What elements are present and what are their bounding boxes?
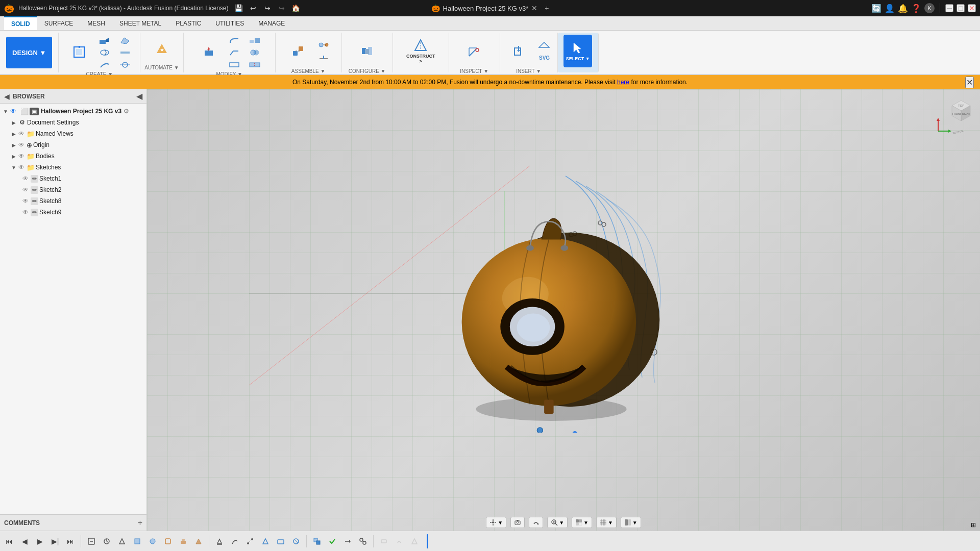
tree-sketch2[interactable]: 👁 ✏ Sketch2	[0, 184, 146, 195]
tree-named-views[interactable]: ▶ 👁 📁 Named Views	[0, 128, 146, 139]
timeline-btn-11[interactable]	[243, 534, 257, 548]
new-tab-button[interactable]: +	[545, 4, 549, 12]
tab-manage[interactable]: MANAGE	[251, 16, 292, 30]
undo-button[interactable]: ↩	[247, 2, 259, 14]
viewport-expand-button[interactable]: ⊞	[971, 521, 976, 529]
chamfer-button[interactable]	[225, 47, 243, 58]
insert-mesh-button[interactable]	[535, 39, 553, 51]
grid-snap-button[interactable]: ▼	[486, 517, 506, 528]
tab-surface[interactable]: SURFACE	[37, 16, 81, 30]
maximize-button[interactable]: □	[957, 4, 965, 12]
tree-sketch9[interactable]: 👁 ✏ Sketch9	[0, 207, 146, 218]
web-button[interactable]	[116, 59, 134, 70]
camera-button[interactable]	[510, 517, 525, 528]
viewport[interactable]: TOP RIGHT FRONT BOTTOM ▼ ▼	[147, 89, 980, 531]
display-mode-button[interactable]: ▼	[572, 517, 592, 528]
combine-button[interactable]	[246, 47, 264, 58]
timeline-btn-14[interactable]	[289, 534, 303, 548]
timeline-btn-1[interactable]	[84, 534, 99, 548]
select-button[interactable]: SELECT ▼	[564, 35, 592, 67]
timeline-btn-17[interactable]	[340, 534, 355, 548]
timeline-btn-2[interactable]	[100, 534, 114, 548]
split-body-button[interactable]	[246, 59, 264, 70]
timeline-btn-8[interactable]	[191, 534, 206, 548]
tab-sheet-metal[interactable]: SHEET METAL	[112, 16, 168, 30]
timeline-btn-18[interactable]	[356, 534, 370, 548]
loft-button[interactable]	[116, 35, 134, 46]
shell-button[interactable]	[225, 59, 243, 70]
timeline-step-forward-button[interactable]: ▶|	[48, 534, 62, 548]
construct-button[interactable]: CONSTRUCT >	[406, 35, 435, 67]
tree-sketch8[interactable]: 👁 ✏ Sketch8	[0, 195, 146, 207]
timeline-last-button[interactable]: ⏭	[63, 534, 78, 548]
notification-link[interactable]: here	[617, 79, 629, 86]
tab-plastic[interactable]: PLASTIC	[168, 16, 208, 30]
redo-button[interactable]: ↪	[261, 2, 274, 14]
browser-back-button[interactable]: ◀	[4, 92, 10, 101]
timeline-btn-15[interactable]	[310, 534, 324, 548]
timeline-btn-12[interactable]	[258, 534, 273, 548]
bottom-toolbar: ⏮ ◀ ▶ ▶| ⏭	[0, 531, 980, 551]
tab-utilities[interactable]: UTILITIES	[208, 16, 251, 30]
tree-sketch1[interactable]: 👁 ✏ Sketch1	[0, 173, 146, 184]
add-comment-button[interactable]: +	[138, 518, 142, 528]
timeline-btn-4[interactable]	[130, 534, 144, 548]
close-button[interactable]: ✕	[968, 4, 976, 12]
modify-large-button[interactable]	[194, 36, 223, 69]
browser-collapse-button[interactable]: ◀	[136, 91, 142, 101]
orbit-button[interactable]	[529, 517, 543, 528]
timeline-btn-6[interactable]	[161, 534, 175, 548]
timeline-btn-9[interactable]	[212, 534, 227, 548]
render-mode-button[interactable]: ▼	[621, 517, 641, 528]
rib-button[interactable]	[116, 47, 134, 58]
grid-display-button[interactable]: ▼	[596, 517, 617, 528]
insert-button[interactable]	[504, 35, 533, 67]
scale-button[interactable]	[246, 35, 264, 46]
notification-bell[interactable]: 🔔	[898, 4, 908, 13]
timeline-btn-13[interactable]	[274, 534, 288, 548]
insert-svg-button[interactable]: SVG	[535, 52, 553, 63]
redo2-button[interactable]: ↪	[276, 2, 288, 14]
minimize-button[interactable]: ─	[945, 4, 953, 12]
help-button[interactable]: ❓	[911, 4, 921, 13]
joint-button[interactable]	[314, 39, 333, 51]
timeline-first-button[interactable]: ⏮	[2, 534, 16, 548]
user-avatar[interactable]: K	[924, 3, 935, 13]
sweep-button[interactable]	[95, 59, 114, 70]
home-button[interactable]: 🏠	[290, 2, 302, 14]
tree-root-item[interactable]: ▼ 👁 ⬜ ▣ Halloween Project 25 KG v3 ⚙	[0, 106, 146, 117]
inspect-button[interactable]	[460, 35, 488, 67]
timeline-btn-10[interactable]	[228, 534, 242, 548]
timeline-btn-7[interactable]	[176, 534, 190, 548]
design-dropdown-button[interactable]: DESIGN ▼	[6, 37, 52, 68]
render-mode-arrow: ▼	[632, 520, 638, 525]
update-button[interactable]: 🔄	[871, 4, 881, 13]
timeline-prev-button[interactable]: ◀	[17, 534, 32, 548]
fillet-button[interactable]	[225, 35, 243, 46]
tree-sketches[interactable]: ▼ 👁 📁 Sketches	[0, 162, 146, 173]
account-button[interactable]: 👤	[885, 4, 895, 13]
extrude-button[interactable]	[95, 35, 114, 46]
save-button[interactable]: 💾	[233, 2, 245, 14]
tab-mesh[interactable]: MESH	[80, 16, 112, 30]
notification-close-button[interactable]: ✕	[965, 77, 974, 88]
view-cube[interactable]: TOP RIGHT FRONT BOTTOM	[933, 95, 974, 136]
new-component-button[interactable]	[65, 36, 93, 69]
tree-bodies[interactable]: ▶ 👁 📁 Bodies	[0, 151, 146, 162]
timeline-btn-3[interactable]	[115, 534, 129, 548]
svg-text:★: ★	[160, 47, 164, 53]
tab-solid[interactable]: SOLID	[4, 16, 37, 30]
tree-origin[interactable]: ▶ 👁 ⊕ Origin	[0, 139, 146, 151]
assemble-large-button[interactable]	[284, 35, 312, 67]
revolve-button[interactable]	[95, 47, 114, 58]
automate-button[interactable]: ★	[148, 35, 176, 64]
tree-doc-settings[interactable]: ▶ ⚙ Document Settings	[0, 117, 146, 128]
timeline-btn-16[interactable]	[325, 534, 339, 548]
configure-button[interactable]	[353, 35, 381, 67]
timeline-btn-5[interactable]	[145, 534, 160, 548]
zoom-button[interactable]: ▼	[547, 517, 568, 528]
timeline-play-button[interactable]: ▶	[33, 534, 47, 548]
close-document-button[interactable]: ✕	[531, 4, 537, 12]
project-settings-button[interactable]: ⚙	[124, 108, 129, 115]
ground-button[interactable]	[314, 52, 333, 63]
